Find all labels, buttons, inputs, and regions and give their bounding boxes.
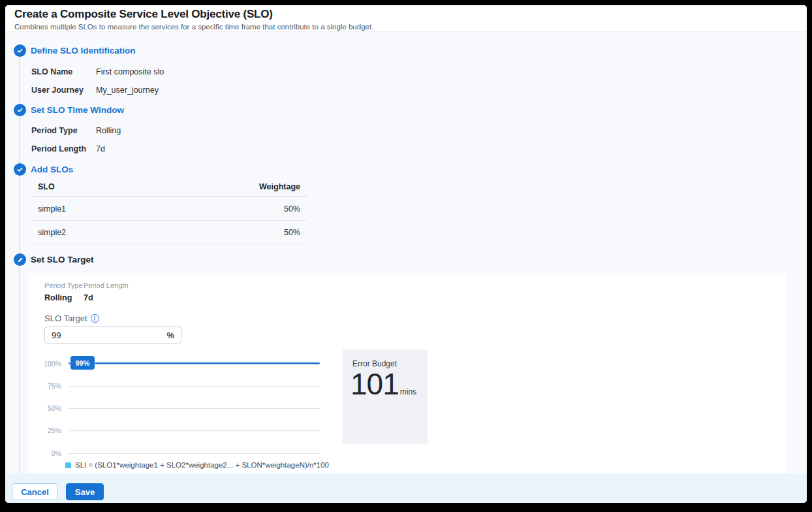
slo-name-label: SLO Name <box>31 67 96 76</box>
step3-title[interactable]: Add SLOs <box>31 165 73 174</box>
slo-name-value: First composite slo <box>96 67 164 76</box>
panel-period-length-value: 7d <box>84 293 93 302</box>
page-subtitle: Combines multiple SLOs to measure the se… <box>14 23 373 31</box>
error-budget-value: 101 <box>351 366 399 402</box>
slo-cell: simple2 <box>38 228 66 237</box>
period-type-label: Period Type <box>31 126 96 135</box>
check-icon <box>16 104 23 116</box>
pencil-icon <box>17 254 23 266</box>
gridline-75 <box>69 386 320 387</box>
step2-complete-icon <box>14 104 26 116</box>
save-button[interactable]: Save <box>66 483 104 500</box>
percent-unit: % <box>166 330 174 340</box>
period-length-row: Period Length7d <box>31 144 105 153</box>
col-header-weightage: Weightage <box>259 182 300 191</box>
slos-table-header: SLO Weightage <box>31 182 307 197</box>
error-budget-number: 101 mins <box>351 366 416 402</box>
page-title: Create a Composite Service Level Objecti… <box>14 8 273 21</box>
cancel-button[interactable]: Cancel <box>12 483 58 500</box>
slo-target-slider-track[interactable] <box>69 362 320 364</box>
period-type-row: Period TypeRolling <box>31 126 121 135</box>
step4-edit-icon <box>14 253 26 266</box>
slo-target-slider-handle[interactable]: 99% <box>70 356 95 370</box>
panel-period-type-value: Rolling <box>44 293 72 302</box>
table-row: simple2 50% <box>31 221 307 244</box>
user-journey-label: User Journey <box>31 86 96 95</box>
check-icon <box>16 45 23 57</box>
footer-bar: Cancel Save <box>5 473 807 503</box>
check-icon <box>16 164 23 176</box>
step1-complete-icon <box>14 44 26 57</box>
table-row: simple1 50% <box>31 197 307 221</box>
sli-formula-legend: SLI = (SLO1*weightage1 + SLO2*weightage2… <box>65 461 329 469</box>
error-budget-card: Error Budget 101 mins <box>343 349 428 444</box>
step3-complete-icon <box>14 163 26 176</box>
slo-name-row: SLO NameFirst composite slo <box>31 67 164 76</box>
legend-swatch-icon <box>65 462 71 468</box>
user-journey-value: My_user_journey <box>96 86 159 95</box>
error-budget-unit: mins <box>400 387 416 396</box>
slo-target-input[interactable] <box>45 327 156 343</box>
page-header: Create a Composite Service Level Objecti… <box>5 5 807 32</box>
y-tick-50: 50% <box>30 404 61 412</box>
panel-period-type-label: Period Type <box>44 281 83 289</box>
gridline-0 <box>69 453 320 454</box>
y-tick-100: 100% <box>30 360 61 368</box>
slo-cell: simple1 <box>38 204 66 214</box>
panel-period-length-label: Period Length <box>84 281 129 289</box>
y-tick-75: 75% <box>30 382 61 390</box>
slo-target-panel: Period Type Period Length Rolling 7d SLO… <box>27 273 787 473</box>
slo-target-label: SLO Target i <box>44 313 99 323</box>
period-length-label: Period Length <box>31 144 96 153</box>
step4-title[interactable]: Set SLO Target <box>31 255 94 264</box>
slos-table: SLO Weightage simple1 50% simple2 50% <box>31 182 307 244</box>
gridline-50 <box>69 408 320 409</box>
period-type-value: Rolling <box>96 126 121 135</box>
gridline-25 <box>69 430 320 431</box>
period-length-value: 7d <box>96 144 105 153</box>
slo-wizard-window: Create a Composite Service Level Objecti… <box>5 5 807 503</box>
y-tick-0: 0% <box>30 449 61 457</box>
step1-title[interactable]: Define SLO Identification <box>31 46 136 56</box>
step2-title[interactable]: Set SLO Time Window <box>31 105 124 115</box>
info-icon[interactable]: i <box>91 314 99 323</box>
col-header-slo: SLO <box>38 182 55 191</box>
y-tick-25: 25% <box>30 426 61 434</box>
legend-text: SLI = (SLO1*weightage1 + SLO2*weightage2… <box>75 461 329 469</box>
weightage-cell: 50% <box>284 204 300 214</box>
user-journey-row: User JourneyMy_user_journey <box>31 86 159 95</box>
weightage-cell: 50% <box>284 228 300 237</box>
slo-target-input-wrapper: % <box>44 327 181 344</box>
